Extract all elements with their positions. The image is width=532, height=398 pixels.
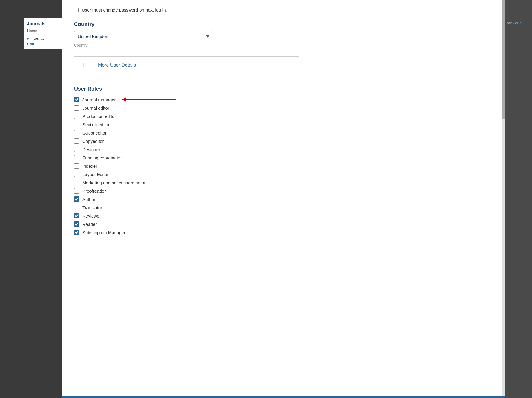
role-item-author: Author: [74, 196, 493, 202]
annotation-arrow: [122, 97, 176, 102]
triangle-icon: ▶: [27, 37, 29, 40]
role-item-proofreader: Proofreader: [74, 188, 493, 194]
scrollbar-track[interactable]: [502, 0, 505, 398]
role-item-designer: Designer: [74, 147, 493, 152]
role-label-funding-coordinator[interactable]: Funding coordinator: [82, 155, 122, 160]
role-item-marketing-coordinator: Marketing and sales coordinator: [74, 180, 493, 185]
role-label-journal-editor[interactable]: Journal editor: [82, 106, 109, 111]
role-checkbox-journal-editor[interactable]: [74, 105, 79, 111]
role-item-translator: Translator: [74, 205, 493, 210]
arrow-head-icon: [122, 97, 126, 102]
role-item-copyeditor: Copyeditor: [74, 138, 493, 144]
main-content-area: User must change password on next log in…: [62, 0, 505, 398]
role-item-guest-editor: Guest editor: [74, 130, 493, 135]
role-checkbox-designer[interactable]: [74, 147, 79, 152]
country-section-title: Country: [74, 21, 493, 28]
role-label-journal-manager[interactable]: Journal manager: [82, 97, 116, 102]
right-panel-text: ate Joun: [507, 21, 522, 25]
role-label-indexer[interactable]: Indexer: [82, 164, 97, 169]
role-label-designer[interactable]: Designer: [82, 147, 100, 152]
more-details-label[interactable]: More User Details: [92, 58, 142, 73]
role-checkbox-production-editor[interactable]: [74, 114, 79, 119]
right-side-panel: ate Joun: [505, 18, 532, 28]
role-label-reviewer[interactable]: Reviewer: [82, 213, 101, 218]
role-label-subscription-manager[interactable]: Subscription Manager: [82, 230, 126, 235]
role-checkbox-indexer[interactable]: [74, 163, 79, 169]
journal-row-name: Internati...: [31, 36, 48, 41]
role-label-author[interactable]: Author: [82, 197, 95, 202]
role-checkbox-proofreader[interactable]: [74, 188, 79, 194]
role-checkbox-layout-editor[interactable]: [74, 172, 79, 177]
role-item-layout-editor: Layout Editor: [74, 172, 493, 177]
role-label-production-editor[interactable]: Production editor: [82, 114, 116, 119]
role-label-section-editor[interactable]: Section editor: [82, 122, 110, 127]
role-item-subscription-manager: Subscription Manager: [74, 230, 493, 235]
role-item-indexer: Indexer: [74, 163, 493, 169]
role-checkbox-translator[interactable]: [74, 205, 79, 210]
password-change-checkbox[interactable]: [74, 8, 79, 12]
role-label-reader[interactable]: Reader: [82, 222, 97, 227]
left-sidebar-bg: [0, 0, 62, 398]
role-item-reader: Reader: [74, 221, 493, 227]
country-hint: Country: [74, 43, 493, 47]
role-label-marketing-coordinator[interactable]: Marketing and sales coordinator: [82, 180, 145, 185]
arrow-line: [126, 99, 176, 100]
journals-panel-edit-link[interactable]: Edit: [27, 42, 62, 46]
journals-panel-row: ▶ Internati...: [27, 36, 62, 41]
role-checkbox-author[interactable]: [74, 196, 79, 202]
role-item-funding-coordinator: Funding coordinator: [74, 155, 493, 160]
role-label-translator[interactable]: Translator: [82, 205, 102, 210]
role-item-section-editor: Section editor: [74, 122, 493, 127]
role-checkbox-section-editor[interactable]: [74, 122, 79, 127]
role-checkbox-journal-manager[interactable]: [74, 97, 79, 102]
role-checkbox-reader[interactable]: [74, 221, 79, 227]
role-label-layout-editor[interactable]: Layout Editor: [82, 172, 108, 177]
journals-panel-col-name: Name: [27, 28, 62, 34]
journals-panel: Journals Name ▶ Internati... Edit: [24, 18, 65, 49]
role-label-guest-editor[interactable]: Guest editor: [82, 130, 107, 135]
role-checkbox-funding-coordinator[interactable]: [74, 155, 79, 160]
user-roles-title: User Roles: [74, 86, 493, 92]
role-checkbox-copyeditor[interactable]: [74, 138, 79, 144]
role-item-production-editor: Production editor: [74, 114, 493, 119]
country-select[interactable]: United Kingdom United States Canada Aust…: [74, 31, 213, 41]
password-change-label[interactable]: User must change password on next log in…: [82, 7, 167, 12]
role-checkbox-subscription-manager[interactable]: [74, 230, 79, 235]
role-label-proofreader[interactable]: Proofreader: [82, 188, 106, 194]
role-item-reviewer: Reviewer: [74, 213, 493, 218]
password-change-row: User must change password on next log in…: [74, 7, 493, 12]
right-sidebar-bg: [505, 0, 532, 398]
scrollbar-thumb[interactable]: [502, 0, 505, 119]
role-item-journal-editor: Journal editor: [74, 105, 493, 111]
role-checkbox-guest-editor[interactable]: [74, 130, 79, 135]
more-details-plus-icon[interactable]: +: [74, 57, 92, 74]
roles-list: Journal managerJournal editorProduction …: [74, 97, 493, 235]
more-user-details-box[interactable]: + More User Details: [74, 56, 299, 74]
role-checkbox-marketing-coordinator[interactable]: [74, 180, 79, 185]
role-checkbox-reviewer[interactable]: [74, 213, 79, 218]
role-item-journal-manager: Journal manager: [74, 97, 493, 102]
bottom-bar: [62, 396, 505, 398]
role-label-copyeditor[interactable]: Copyeditor: [82, 139, 104, 144]
journals-panel-title: Journals: [27, 21, 62, 26]
